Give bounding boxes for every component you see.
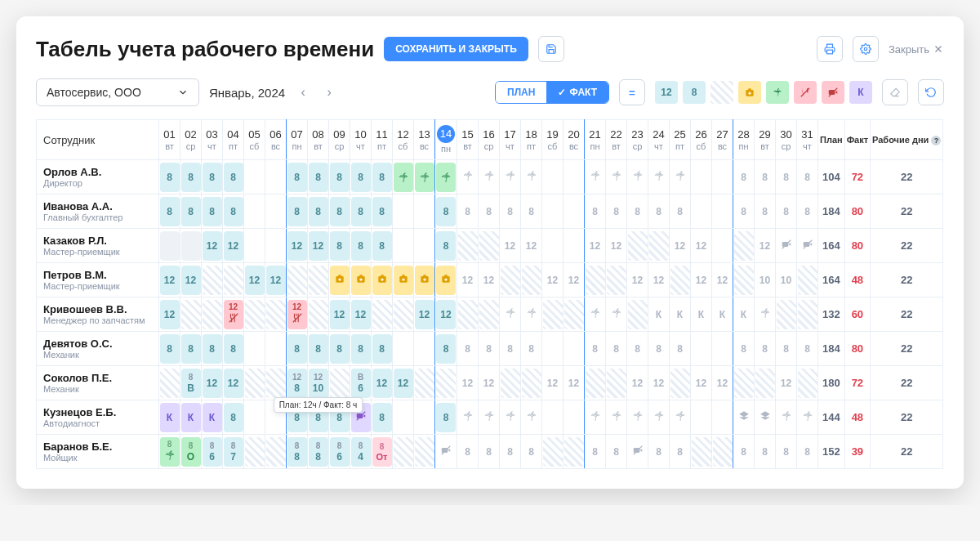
day-cell[interactable]: 12 bbox=[712, 366, 733, 400]
day-cell[interactable]: 12 bbox=[202, 229, 223, 263]
shift-cell[interactable]: К bbox=[203, 403, 222, 432]
day-cell[interactable]: 8 bbox=[585, 332, 606, 366]
day-cell[interactable]: 12 bbox=[542, 263, 564, 297]
day-cell[interactable]: 88 bbox=[287, 435, 308, 469]
shift-cell[interactable]: 88 bbox=[309, 437, 328, 467]
day-cell[interactable]: 8 bbox=[180, 332, 202, 366]
day-cell[interactable]: 8 bbox=[350, 332, 372, 366]
shift-cell[interactable]: 8 bbox=[181, 197, 201, 226]
shift-cell[interactable] bbox=[586, 369, 605, 398]
day-cell[interactable] bbox=[435, 263, 457, 297]
shift-cell[interactable]: 8 bbox=[203, 334, 222, 364]
shift-cell[interactable]: 8 bbox=[436, 231, 456, 261]
shift-cell[interactable]: 8 bbox=[224, 163, 243, 192]
day-cell[interactable]: 12 bbox=[627, 366, 648, 400]
day-cell[interactable]: 8В bbox=[180, 366, 202, 400]
shift-cell[interactable]: К bbox=[670, 300, 690, 329]
shift-cell[interactable]: 12 bbox=[160, 300, 180, 329]
day-cell[interactable] bbox=[648, 400, 670, 435]
day-cell[interactable] bbox=[414, 160, 435, 194]
day-cell[interactable]: К bbox=[670, 297, 691, 332]
day-cell[interactable] bbox=[585, 400, 606, 435]
day-cell[interactable] bbox=[564, 332, 585, 366]
shift-cell[interactable]: 12 bbox=[586, 231, 605, 261]
shift-cell[interactable]: 12 bbox=[224, 231, 243, 261]
shift-cell[interactable]: 8 bbox=[607, 197, 626, 226]
shift-cell[interactable] bbox=[522, 403, 541, 432]
shift-cell[interactable] bbox=[287, 266, 307, 295]
shift-cell[interactable] bbox=[415, 437, 434, 467]
day-cell[interactable] bbox=[500, 400, 521, 435]
day-cell[interactable]: 8 bbox=[202, 160, 223, 194]
day-cell[interactable]: 8 bbox=[648, 194, 670, 229]
shift-cell[interactable] bbox=[777, 300, 796, 329]
day-cell[interactable]: 8 bbox=[223, 194, 244, 229]
shift-cell[interactable] bbox=[203, 300, 222, 329]
shift-cell[interactable] bbox=[649, 231, 669, 261]
shift-cell[interactable] bbox=[458, 231, 478, 261]
day-cell[interactable] bbox=[244, 160, 265, 194]
shift-cell[interactable]: 12 bbox=[224, 300, 243, 329]
day-cell[interactable] bbox=[521, 400, 542, 435]
shift-cell[interactable]: В6 bbox=[351, 369, 371, 398]
shift-cell[interactable]: 8 bbox=[649, 197, 669, 226]
day-cell[interactable] bbox=[223, 263, 244, 297]
shift-cell[interactable]: 8 bbox=[224, 197, 243, 226]
shift-cell[interactable]: 8 bbox=[607, 437, 626, 467]
shift-cell[interactable]: 8 bbox=[181, 163, 201, 192]
day-cell[interactable]: 8 bbox=[670, 332, 691, 366]
day-cell[interactable]: 8 bbox=[776, 435, 797, 469]
shift-cell[interactable]: 8 bbox=[224, 334, 243, 364]
day-cell[interactable]: 8 bbox=[329, 332, 350, 366]
shift-cell[interactable]: 12 bbox=[713, 266, 733, 295]
day-cell[interactable] bbox=[372, 263, 393, 297]
day-cell[interactable] bbox=[244, 366, 265, 400]
shift-cell[interactable]: 8 bbox=[372, 334, 392, 364]
equals-button[interactable]: = bbox=[619, 79, 645, 105]
day-cell[interactable] bbox=[265, 435, 287, 469]
shift-cell[interactable]: 12 bbox=[501, 231, 520, 261]
day-cell[interactable]: 8 bbox=[435, 229, 457, 263]
day-cell[interactable] bbox=[585, 160, 606, 194]
day-cell[interactable]: 8 bbox=[329, 160, 350, 194]
shift-cell[interactable]: 12 bbox=[628, 266, 648, 295]
shift-cell[interactable] bbox=[330, 266, 350, 295]
shift-cell[interactable] bbox=[394, 300, 413, 329]
shift-cell[interactable]: 8 bbox=[798, 163, 817, 192]
day-cell[interactable]: К bbox=[202, 400, 223, 435]
day-cell[interactable]: 86 bbox=[329, 435, 350, 469]
day-cell[interactable] bbox=[159, 229, 180, 263]
day-cell[interactable] bbox=[564, 229, 585, 263]
shift-cell[interactable]: 88 bbox=[287, 437, 307, 467]
day-cell[interactable] bbox=[435, 435, 457, 469]
day-cell[interactable]: 12 bbox=[712, 263, 733, 297]
shift-cell[interactable]: 8 bbox=[458, 197, 478, 226]
day-cell[interactable]: 12 bbox=[435, 297, 457, 332]
day-cell[interactable]: 8 bbox=[606, 435, 627, 469]
shift-cell[interactable]: 8 bbox=[628, 197, 648, 226]
day-cell[interactable]: 8 bbox=[521, 435, 542, 469]
shift-cell[interactable]: 8 bbox=[436, 403, 456, 432]
legend-k[interactable]: К bbox=[849, 81, 872, 104]
day-cell[interactable] bbox=[670, 160, 691, 194]
shift-cell[interactable]: 8 bbox=[607, 334, 626, 364]
shift-cell[interactable] bbox=[628, 231, 648, 261]
day-cell[interactable] bbox=[797, 297, 818, 332]
shift-cell[interactable]: 8 bbox=[755, 334, 775, 364]
day-cell[interactable] bbox=[414, 366, 435, 400]
day-cell[interactable] bbox=[712, 400, 733, 435]
shift-cell[interactable] bbox=[394, 163, 413, 192]
shift-cell[interactable]: 12 bbox=[287, 300, 307, 329]
day-cell[interactable] bbox=[606, 297, 627, 332]
day-cell[interactable]: 12 bbox=[648, 366, 670, 400]
day-cell[interactable]: 8 bbox=[797, 160, 818, 194]
shift-cell[interactable] bbox=[458, 163, 478, 192]
day-cell[interactable]: 8 bbox=[670, 194, 691, 229]
shift-cell[interactable]: 8В bbox=[181, 369, 201, 398]
day-cell[interactable]: 8 bbox=[457, 435, 479, 469]
shift-cell[interactable]: 8 bbox=[479, 197, 499, 226]
day-cell[interactable] bbox=[479, 229, 500, 263]
shift-cell[interactable] bbox=[798, 403, 817, 432]
shift-cell[interactable] bbox=[181, 231, 201, 261]
shift-cell[interactable]: 12 bbox=[692, 231, 711, 261]
